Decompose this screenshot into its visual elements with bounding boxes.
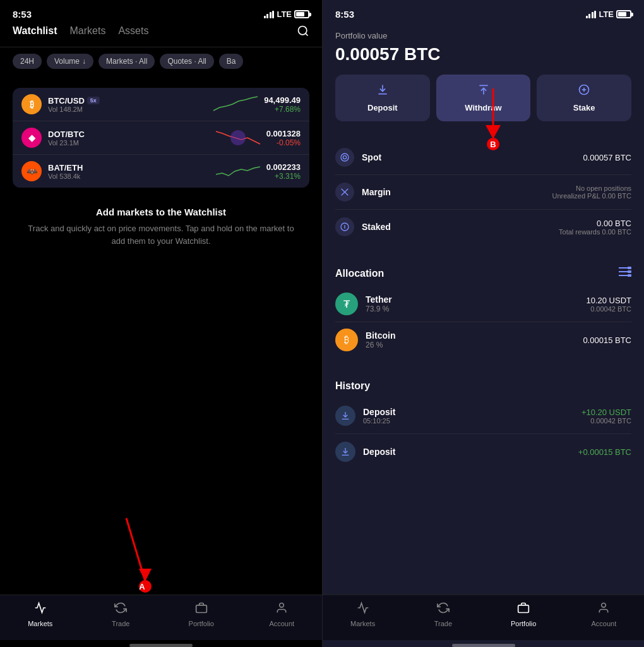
svg-rect-30 <box>628 270 631 273</box>
right-nav-account[interactable]: Account <box>564 602 644 627</box>
tether-info: Tether 73.9 % <box>366 294 586 313</box>
chip-markets[interactable]: Markets · All <box>98 54 155 69</box>
watchlist-title: Add markets to the Watchlist <box>25 207 297 217</box>
deposit-label: Deposit <box>367 103 398 112</box>
allocation-list-icon[interactable] <box>619 267 631 280</box>
bat-icon: 🦇 <box>21 161 42 181</box>
red-arrow-b: B <box>474 88 512 154</box>
stake-icon <box>578 83 590 99</box>
chip-ba[interactable]: Ba <box>219 54 244 69</box>
staked-row[interactable]: Staked 0.00 BTC Total rewards 0.00 BTC <box>335 210 631 244</box>
right-phone: 8:53 LTE B Portfolio value 0.00057 BTC <box>322 0 644 647</box>
left-nav-trade[interactable]: Trade <box>81 602 162 627</box>
right-nav-account-label: Account <box>592 620 617 627</box>
dot-chart <box>216 128 260 147</box>
history-row-1[interactable]: Deposit 05:10:25 +10.20 USDT 0.00042 BTC <box>335 398 631 434</box>
btc-info: BTC/USD 5x Vol 148.2M <box>48 96 207 113</box>
right-carrier: LTE <box>599 9 614 19</box>
svg-marker-10 <box>486 125 501 139</box>
tether-row[interactable]: ₮ Tether 73.9 % 10.20 USDT 0.00042 BTC <box>335 286 631 322</box>
stake-label: Stake <box>573 103 595 112</box>
svg-text:B: B <box>490 140 496 149</box>
right-nav-portfolio[interactable]: Portfolio <box>484 602 564 627</box>
right-battery <box>616 10 631 18</box>
deposit-1-val: +10.20 USDT 0.00042 BTC <box>581 408 631 425</box>
stake-button[interactable]: Stake <box>537 75 631 121</box>
left-nav-portfolio-label: Portfolio <box>189 620 214 627</box>
filter-chips: 24H Volume ↓ Markets · All Quotes · All … <box>0 47 322 75</box>
history-title: History <box>335 380 370 391</box>
deposit-button[interactable]: Deposit <box>335 75 430 121</box>
svg-line-1 <box>306 33 308 36</box>
right-nav-markets[interactable]: Markets <box>323 602 403 627</box>
left-nav-markets[interactable]: Markets <box>0 602 81 627</box>
btc-price: 94,499.49 +7.68% <box>264 95 301 114</box>
right-nav-trade[interactable]: Trade <box>403 602 483 627</box>
btc-chart <box>213 95 258 114</box>
svg-point-0 <box>299 27 307 35</box>
portfolio-label: Portfolio value <box>335 31 631 40</box>
btc-vol: Vol 148.2M <box>48 106 207 113</box>
tab-markets[interactable]: Markets <box>70 25 106 40</box>
svg-point-8 <box>280 603 284 608</box>
right-bottom-nav: Markets Trade Portfolio <box>323 595 644 640</box>
search-button[interactable] <box>297 25 309 40</box>
deposit-2-info: Deposit <box>363 447 578 457</box>
market-row-bat[interactable]: 🦇 BAT/ETH Vol 538.4k 0.002233 +3.31% <box>13 155 309 188</box>
left-nav-account-label: Account <box>269 620 294 627</box>
market-row-dot[interactable]: ◆ DOT/BTC Vol 23.1M 0.001328 -0.05% <box>13 121 309 155</box>
left-status-right: LTE <box>264 9 309 19</box>
left-bottom-nav: Markets Trade Portfolio <box>0 595 322 640</box>
bat-chart <box>216 162 260 181</box>
left-nav-account[interactable]: Account <box>242 602 323 627</box>
svg-rect-36 <box>518 605 529 613</box>
left-nav-portfolio[interactable]: Portfolio <box>161 602 242 627</box>
left-nav-tabs: Watchlist Markets Assets <box>0 25 322 47</box>
allocation-header: Allocation <box>335 267 631 280</box>
left-phone: 8:53 LTE Watchlist Markets Assets 24H Vo… <box>0 0 322 647</box>
chip-24h[interactable]: 24H <box>13 54 42 69</box>
left-nav-markets-label: Markets <box>28 620 52 627</box>
svg-marker-4 <box>139 569 152 581</box>
dot-price: 0.001328 -0.05% <box>266 129 301 147</box>
portfolio-value: 0.00057 BTC <box>335 44 631 64</box>
bitcoin-info: Bitcoin 26 % <box>366 330 583 349</box>
right-portfolio-nav-icon <box>517 602 530 617</box>
allocation-title: Allocation <box>335 268 384 279</box>
left-time: 8:53 <box>13 9 32 20</box>
left-signal <box>264 11 275 18</box>
history-row-2[interactable]: Deposit +0.00015 BTC <box>335 434 631 469</box>
bat-price: 0.002233 +3.31% <box>266 162 301 181</box>
staked-label: Staked <box>362 222 559 232</box>
portfolio-nav-icon <box>195 602 208 617</box>
btc-badge: 5x <box>87 97 100 104</box>
tab-assets[interactable]: Assets <box>118 25 148 40</box>
dot-vol: Vol 23.1M <box>48 139 210 147</box>
market-row-btc[interactable]: ₿ BTC/USD 5x Vol 148.2M 94,499.49 +7.68% <box>13 88 309 121</box>
right-account-nav-icon <box>597 602 610 617</box>
bitcoin-row[interactable]: ₿ Bitcoin 26 % 0.00015 BTC <box>335 322 631 358</box>
margin-row[interactable]: Margin No open positions Unrealized P&L … <box>335 175 631 210</box>
tab-watchlist[interactable]: Watchlist <box>13 25 57 40</box>
margin-label: Margin <box>362 187 552 197</box>
bitcoin-val: 0.00015 BTC <box>583 336 631 345</box>
svg-rect-7 <box>196 605 206 613</box>
right-status-bar: 8:53 LTE <box>323 0 644 25</box>
chip-quotes[interactable]: Quotes · All <box>160 54 213 69</box>
deposit-2-val: +0.00015 BTC <box>578 447 631 457</box>
right-signal <box>586 11 597 18</box>
spot-icon <box>335 148 354 167</box>
chip-volume[interactable]: Volume ↓ <box>47 54 93 69</box>
deposit-1-icon <box>335 406 355 426</box>
dot-info: DOT/BTC Vol 23.1M <box>48 130 210 147</box>
right-nav-markets-label: Markets <box>350 620 375 627</box>
btc-pair: BTC/USD 5x <box>48 96 207 106</box>
left-home-indicator <box>129 644 193 647</box>
right-time: 8:53 <box>335 9 354 20</box>
tether-val: 10.20 USDT 0.00042 BTC <box>586 296 631 313</box>
tether-icon: ₮ <box>335 293 358 315</box>
history-section: History Deposit 05:10:25 +10.20 USDT 0.0… <box>323 372 644 478</box>
right-nav-portfolio-label: Portfolio <box>511 620 536 627</box>
svg-text:A: A <box>139 582 145 591</box>
staked-icon <box>335 217 354 236</box>
